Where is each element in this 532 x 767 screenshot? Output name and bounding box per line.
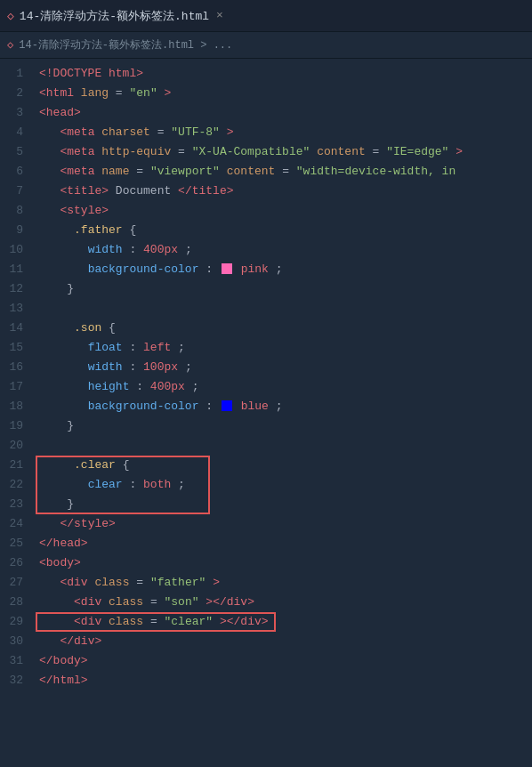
file-icon: ◇ [7,9,14,23]
code-line-5: <meta http-equiv = "X-UA-Compatible" con… [39,142,532,162]
line-num-2: 2 [0,84,32,103]
line-num-11: 11 [0,260,32,279]
line-num-29: 29 [0,612,32,632]
tab-close-button[interactable]: × [216,9,223,22]
line-num-7: 7 [0,182,32,201]
title-bar: ◇ 14-清除浮动方法-额外标签法.html × [0,0,532,32]
breadcrumb-bar: ◇ 14-清除浮动方法-额外标签法.html > ... [0,32,532,59]
code-line-27: <div class = "father" > [39,573,532,593]
code-line-29: <div class = "clear" ></div> [39,612,532,632]
line-num-12: 12 [0,279,32,299]
code-line-8: <style> [39,201,532,221]
code-line-2: <html lang = "en" > [39,84,532,103]
code-line-20 [39,436,532,456]
line-num-13: 13 [0,299,32,319]
line-num-30: 30 [0,632,32,651]
line-num-20: 20 [0,436,32,456]
line-num-17: 17 [0,377,32,397]
code-line-18: background-color : blue ; [39,397,532,416]
code-line-24: </style> [39,514,532,534]
tab-filename[interactable]: 14-清除浮动方法-额外标签法.html [20,8,209,24]
code-line-32: </html> [39,671,532,690]
line-num-10: 10 [0,240,32,260]
line-num-24: 24 [0,514,32,534]
code-line-10: width : 400px ; [39,240,532,260]
line-num-22: 22 [0,475,32,495]
line-num-1: 1 [0,64,32,84]
line-num-27: 27 [0,573,32,593]
code-line-1: <!DOCTYPE html> [39,64,532,84]
line-num-6: 6 [0,162,32,182]
line-num-3: 3 [0,103,32,123]
line-numbers: 1 2 3 4 5 6 7 8 9 10 11 12 13 14 15 16 1… [0,59,32,767]
line-num-15: 15 [0,338,32,358]
code-line-31: </body> [39,651,532,671]
code-line-13 [39,299,532,319]
code-line-12: } [39,279,532,299]
code-line-28: <div class = "son" ></div> [39,593,532,612]
code-line-3: <head> [39,103,532,123]
breadcrumb-icon: ◇ [7,38,13,52]
line-num-5: 5 [0,142,32,162]
code-line-30: </div> [39,632,532,651]
line-num-28: 28 [0,593,32,612]
code-line-26: <body> [39,553,532,573]
breadcrumb-path: 14-清除浮动方法-额外标签法.html > ... [19,37,232,52]
code-line-25: </head> [39,534,532,553]
code-editor: 1 2 3 4 5 6 7 8 9 10 11 12 13 14 15 16 1… [0,59,532,767]
line-num-14: 14 [0,319,32,338]
line-num-26: 26 [0,553,32,573]
code-line-21: .clear { [39,456,532,475]
line-num-16: 16 [0,358,32,377]
line-num-18: 18 [0,397,32,416]
code-content[interactable]: <!DOCTYPE html> <html lang = "en" > <hea… [32,59,532,767]
code-line-7: <title> Document </title> [39,182,532,201]
code-line-17: height : 400px ; [39,377,532,397]
code-line-9: .father { [39,221,532,240]
line-num-31: 31 [0,651,32,671]
code-line-22: clear : both ; [39,475,532,495]
line-num-21: 21 [0,456,32,475]
line-num-8: 8 [0,201,32,221]
code-line-19: } [39,416,532,436]
line-num-32: 32 [0,671,32,690]
line-num-4: 4 [0,123,32,142]
line-num-19: 19 [0,416,32,436]
code-line-4: <meta charset = "UTF-8" > [39,123,532,142]
line-num-25: 25 [0,534,32,553]
code-line-23: } [39,495,532,514]
line-num-23: 23 [0,495,32,514]
code-line-6: <meta name = "viewport" content = "width… [39,162,532,182]
code-line-11: background-color : pink ; [39,260,532,279]
line-num-9: 9 [0,221,32,240]
code-line-16: width : 100px ; [39,358,532,377]
code-line-15: float : left ; [39,338,532,358]
code-line-14: .son { [39,319,532,338]
